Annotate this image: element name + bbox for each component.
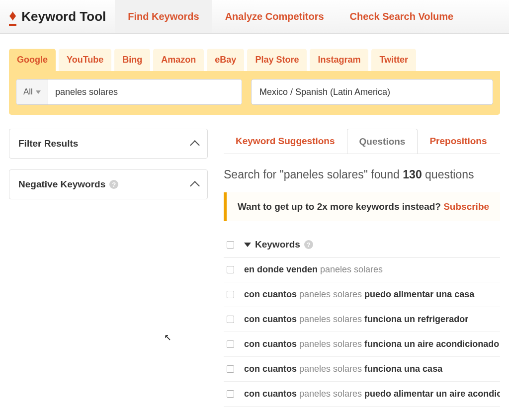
table-row[interactable]: con cuantos paneles solares puedo alimen… bbox=[224, 382, 500, 407]
promo-text: Want to get up to 2x more keywords inste… bbox=[238, 201, 443, 212]
topnav-check-search-volume[interactable]: Check Search Volume bbox=[337, 0, 467, 33]
search-input[interactable] bbox=[48, 80, 242, 104]
top-nav: Find Keywords Analyze Competitors Check … bbox=[115, 0, 466, 33]
engine-tab-instagram[interactable]: Instagram bbox=[310, 49, 368, 71]
table-row[interactable]: con cuantos paneles solares funciona un … bbox=[224, 307, 500, 332]
chevron-up-icon bbox=[190, 181, 200, 191]
tab-questions[interactable]: Questions bbox=[347, 129, 418, 154]
topbar: ♦ Keyword Tool Find Keywords Analyze Com… bbox=[0, 0, 509, 34]
content: Keyword Suggestions Questions Prepositio… bbox=[224, 129, 500, 407]
row-checkbox[interactable] bbox=[227, 365, 234, 373]
subscribe-link[interactable]: Subscribe bbox=[443, 201, 489, 212]
main: Filter Results Negative Keywords ? Keywo… bbox=[0, 115, 509, 407]
result-heading: Search for "paneles solares" found 130 q… bbox=[224, 168, 500, 181]
keyword-cell: con cuantos paneles solares funciona un … bbox=[244, 339, 499, 349]
column-keywords[interactable]: Keywords ? bbox=[244, 239, 313, 250]
row-checkbox[interactable] bbox=[227, 291, 234, 298]
logo[interactable]: ♦ Keyword Tool bbox=[0, 0, 115, 33]
keyword-cell: en donde venden paneles solares bbox=[244, 264, 383, 275]
sidebar: Filter Results Negative Keywords ? bbox=[9, 129, 208, 407]
negative-keywords-panel[interactable]: Negative Keywords ? bbox=[9, 169, 208, 199]
table-header: Keywords ? bbox=[224, 239, 500, 257]
result-count: 130 bbox=[403, 168, 422, 181]
tab-prepositions[interactable]: Prepositions bbox=[418, 129, 499, 154]
table-row[interactable]: en donde venden paneles solares bbox=[224, 257, 500, 282]
flame-icon: ♦ bbox=[9, 8, 16, 26]
region-select[interactable]: Mexico / Spanish (Latin America) bbox=[251, 79, 493, 105]
help-icon[interactable]: ? bbox=[304, 240, 313, 249]
logo-text: Keyword Tool bbox=[21, 9, 106, 24]
engine-tabs: Google YouTube Bing Amazon eBay Play Sto… bbox=[9, 49, 500, 71]
table-row[interactable]: con cuantos paneles solares funciona una… bbox=[224, 357, 500, 382]
keywords-table: Keywords ? en donde venden paneles solar… bbox=[224, 239, 500, 407]
negative-keywords-label: Negative Keywords bbox=[18, 179, 105, 190]
table-row[interactable]: con cuantos paneles solares funciona un … bbox=[224, 332, 500, 357]
keyword-cell: con cuantos paneles solares funciona una… bbox=[244, 364, 442, 374]
filter-results-title: Filter Results bbox=[18, 138, 78, 149]
engine-tab-ebay[interactable]: eBay bbox=[207, 49, 244, 71]
search-box: All bbox=[16, 79, 242, 105]
tab-keyword-suggestions[interactable]: Keyword Suggestions bbox=[224, 129, 347, 154]
engine-tab-twitter[interactable]: Twitter bbox=[371, 49, 416, 71]
topnav-find-keywords[interactable]: Find Keywords bbox=[115, 0, 212, 33]
engine-tab-playstore[interactable]: Play Store bbox=[247, 49, 307, 71]
engine-tab-amazon[interactable]: Amazon bbox=[153, 49, 204, 71]
select-all-checkbox[interactable] bbox=[227, 241, 234, 249]
table-row[interactable]: con cuantos paneles solares puedo alimen… bbox=[224, 282, 500, 307]
row-checkbox[interactable] bbox=[227, 266, 234, 273]
engine-tab-youtube[interactable]: YouTube bbox=[59, 49, 111, 71]
result-tabs: Keyword Suggestions Questions Prepositio… bbox=[224, 129, 500, 154]
keyword-cell: con cuantos paneles solares puedo alimen… bbox=[244, 389, 500, 399]
scope-label: All bbox=[23, 87, 33, 97]
column-keywords-label: Keywords bbox=[255, 239, 300, 250]
engine-tab-google[interactable]: Google bbox=[9, 49, 56, 71]
row-checkbox[interactable] bbox=[227, 340, 234, 348]
scope-select[interactable]: All bbox=[16, 80, 48, 104]
keyword-cell: con cuantos paneles solares funciona un … bbox=[244, 314, 468, 325]
engine-tab-bing[interactable]: Bing bbox=[114, 49, 150, 71]
row-checkbox[interactable] bbox=[227, 316, 234, 323]
filter-results-panel[interactable]: Filter Results bbox=[9, 129, 208, 159]
chevron-up-icon bbox=[190, 140, 200, 150]
negative-keywords-title: Negative Keywords ? bbox=[18, 179, 118, 190]
chevron-down-icon bbox=[36, 90, 41, 94]
sort-desc-icon bbox=[244, 243, 251, 247]
search-row: All Mexico / Spanish (Latin America) bbox=[9, 71, 500, 115]
region-label: Mexico / Spanish (Latin America) bbox=[259, 87, 390, 97]
promo-banner: Want to get up to 2x more keywords inste… bbox=[224, 192, 500, 221]
engine-area: Google YouTube Bing Amazon eBay Play Sto… bbox=[0, 34, 509, 115]
keyword-cell: con cuantos paneles solares puedo alimen… bbox=[244, 289, 474, 300]
topnav-analyze-competitors[interactable]: Analyze Competitors bbox=[212, 0, 337, 33]
help-icon[interactable]: ? bbox=[109, 180, 118, 189]
row-checkbox[interactable] bbox=[227, 390, 234, 398]
